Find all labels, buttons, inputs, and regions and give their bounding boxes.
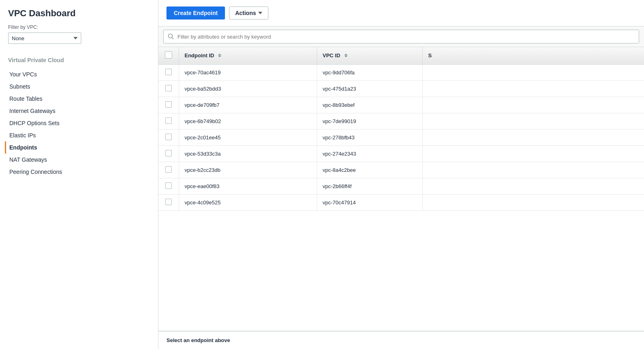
- table-row[interactable]: vpce-de709fb7 vpc-8b93ebef: [158, 97, 644, 113]
- sidebar-item-your-vpcs[interactable]: Your VPCs: [5, 68, 158, 80]
- endpoint-id-cell: vpce-b2cc23db: [179, 162, 317, 178]
- row-checkbox-cell: [158, 146, 179, 162]
- status-cell: [422, 162, 644, 178]
- row-checkbox-cell: [158, 178, 179, 195]
- sidebar-item-elastic-ips[interactable]: Elastic IPs: [5, 129, 158, 141]
- nav-items: Your VPCsSubnetsRoute TablesInternet Gat…: [8, 68, 158, 178]
- endpoint-id-cell: vpce-eae00f83: [179, 178, 317, 195]
- vpc-id-cell: vpc-278bfb43: [317, 130, 422, 146]
- row-checkbox-cell: [158, 113, 179, 130]
- status-cell: [422, 130, 644, 146]
- section-header: Virtual Private Cloud: [8, 57, 158, 63]
- bottom-panel-label: Select an endpoint above: [166, 337, 230, 343]
- select-all-checkbox[interactable]: [165, 51, 172, 59]
- row-checkbox-8[interactable]: [165, 182, 172, 189]
- row-checkbox-9[interactable]: [165, 199, 172, 205]
- vpc-id-cell: vpc-475d1a23: [317, 81, 422, 97]
- sidebar-title: VPC Dashboard: [8, 8, 158, 19]
- bottom-panel: Select an endpoint above: [158, 331, 644, 349]
- create-endpoint-button[interactable]: Create Endpoint: [166, 7, 225, 20]
- search-icon: [168, 33, 174, 40]
- sort-icon-vpc-id: [344, 54, 348, 57]
- endpoint-id-cell: vpce-6b749b02: [179, 113, 317, 130]
- sidebar-item-subnets[interactable]: Subnets: [5, 80, 158, 93]
- table-row[interactable]: vpce-70ac4619 vpc-9dd706fa: [158, 64, 644, 81]
- vpc-id-cell: vpc-9dd706fa: [317, 64, 422, 81]
- svg-line-1: [172, 38, 174, 39]
- row-checkbox-3[interactable]: [165, 101, 172, 108]
- row-checkbox-5[interactable]: [165, 134, 172, 140]
- vpc-id-cell: vpc-7de99019: [317, 113, 422, 130]
- col-label-endpoint-id: Endpoint ID: [185, 52, 214, 59]
- status-cell: [422, 146, 644, 162]
- endpoint-id-cell: vpce-53d33c3a: [179, 146, 317, 162]
- table-row[interactable]: vpce-2c01ee45 vpc-278bfb43: [158, 130, 644, 146]
- row-checkbox-4[interactable]: [165, 117, 172, 124]
- row-checkbox-cell: [158, 64, 179, 81]
- status-cell: [422, 81, 644, 97]
- table-row[interactable]: vpce-eae00f83 vpc-2b66ff4f: [158, 178, 644, 195]
- row-checkbox-cell: [158, 81, 179, 97]
- search-bar: [158, 26, 644, 47]
- col-header-vpc-id[interactable]: VPC ID: [317, 47, 422, 64]
- search-input-wrap: [163, 30, 639, 43]
- table-row[interactable]: vpce-4c09e525 vpc-70c47914: [158, 195, 644, 211]
- endpoints-table-wrap: Endpoint ID VPC ID: [158, 47, 644, 331]
- vpc-id-cell: vpc-274e2343: [317, 146, 422, 162]
- search-input[interactable]: [177, 34, 635, 40]
- sidebar-item-nat-gateways[interactable]: NAT Gateways: [5, 154, 158, 166]
- col-label-vpc-id: VPC ID: [323, 52, 340, 59]
- sidebar: VPC Dashboard Filter by VPC: None Virtua…: [0, 0, 158, 349]
- sort-down-arrow: [218, 56, 221, 57]
- chevron-down-icon: [258, 12, 262, 14]
- col-header-endpoint-id[interactable]: Endpoint ID: [179, 47, 317, 64]
- sort-down-arrow: [344, 56, 348, 57]
- sort-up-arrow: [218, 54, 221, 55]
- endpoint-id-cell: vpce-de709fb7: [179, 97, 317, 113]
- sidebar-item-internet-gateways[interactable]: Internet Gateways: [5, 105, 158, 117]
- toolbar: Create Endpoint Actions: [158, 0, 644, 26]
- sidebar-collapse-toggle[interactable]: ‹: [158, 33, 158, 44]
- filter-label: Filter by VPC:: [8, 24, 158, 30]
- main-content: Create Endpoint Actions: [158, 0, 644, 349]
- vpc-id-cell: vpc-8b93ebef: [317, 97, 422, 113]
- sort-up-arrow: [344, 54, 348, 55]
- table-row[interactable]: vpce-53d33c3a vpc-274e2343: [158, 146, 644, 162]
- row-checkbox-cell: [158, 162, 179, 178]
- vpc-id-cell: vpc-70c47914: [317, 195, 422, 211]
- sidebar-item-peering-connections[interactable]: Peering Connections: [5, 166, 158, 178]
- row-checkbox-7[interactable]: [165, 166, 172, 173]
- vpc-id-cell: vpc-2b66ff4f: [317, 178, 422, 195]
- actions-button-label: Actions: [235, 10, 256, 16]
- table-row[interactable]: vpce-6b749b02 vpc-7de99019: [158, 113, 644, 130]
- row-checkbox-cell: [158, 97, 179, 113]
- table-body: vpce-70ac4619 vpc-9dd706fa vpce-ba52bdd3…: [158, 64, 644, 211]
- status-cell: [422, 97, 644, 113]
- sidebar-item-route-tables[interactable]: Route Tables: [5, 93, 158, 105]
- status-cell: [422, 178, 644, 195]
- status-cell: [422, 113, 644, 130]
- endpoint-id-cell: vpce-ba52bdd3: [179, 81, 317, 97]
- row-checkbox-1[interactable]: [165, 69, 172, 75]
- vpc-id-cell: vpc-8a4c2bee: [317, 162, 422, 178]
- row-checkbox-cell: [158, 130, 179, 146]
- table-row[interactable]: vpce-ba52bdd3 vpc-475d1a23: [158, 81, 644, 97]
- col-label-status: S: [428, 52, 432, 59]
- row-checkbox-2[interactable]: [165, 85, 172, 91]
- status-cell: [422, 195, 644, 211]
- col-header-status: S: [422, 47, 644, 64]
- col-header-checkbox: [158, 47, 179, 64]
- row-checkbox-6[interactable]: [165, 150, 172, 156]
- endpoint-id-cell: vpce-4c09e525: [179, 195, 317, 211]
- sidebar-item-endpoints[interactable]: Endpoints: [5, 141, 158, 154]
- endpoint-id-cell: vpce-70ac4619: [179, 64, 317, 81]
- endpoints-table: Endpoint ID VPC ID: [158, 47, 644, 211]
- sort-icon-endpoint-id: [218, 54, 221, 57]
- endpoint-id-cell: vpce-2c01ee45: [179, 130, 317, 146]
- status-cell: [422, 64, 644, 81]
- vpc-filter-select[interactable]: None: [8, 33, 81, 44]
- sidebar-item-dhcp-options-sets[interactable]: DHCP Options Sets: [5, 117, 158, 129]
- table-header-row: Endpoint ID VPC ID: [158, 47, 644, 64]
- table-row[interactable]: vpce-b2cc23db vpc-8a4c2bee: [158, 162, 644, 178]
- actions-button[interactable]: Actions: [229, 7, 268, 20]
